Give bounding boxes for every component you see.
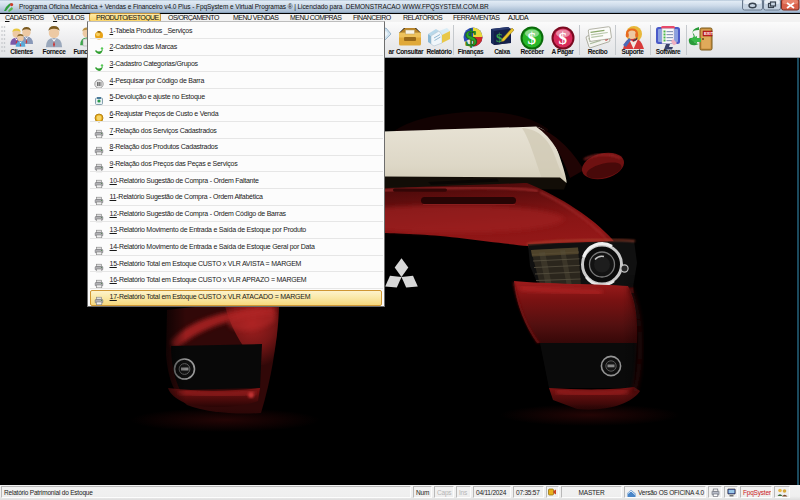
svg-text:$: $ — [496, 30, 503, 45]
svg-text:$: $ — [528, 29, 537, 48]
svg-text:EXIT: EXIT — [704, 31, 714, 36]
svg-text:$: $ — [558, 29, 567, 48]
